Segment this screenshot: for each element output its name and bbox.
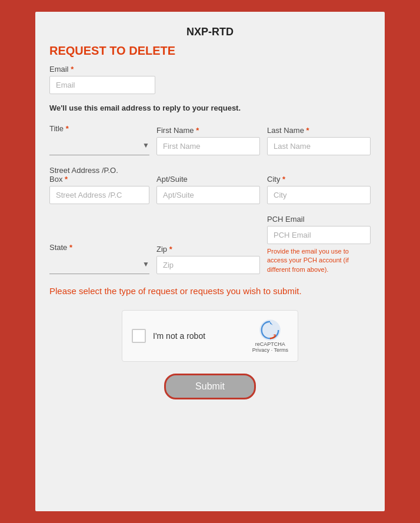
- email-input[interactable]: [49, 76, 155, 94]
- street-label: Street Address /P.O. Box *: [49, 166, 149, 184]
- recaptcha-links: Privacy · Terms: [252, 347, 288, 353]
- title-field-wrap: Title * ▼: [49, 124, 149, 155]
- address-row: Street Address /P.O. Box * Apt/Suite Cit…: [49, 166, 371, 204]
- title-dropdown-icon: ▼: [142, 141, 149, 149]
- last-name-input[interactable]: [267, 137, 371, 155]
- pch-note: Provide the email you use to access your…: [267, 247, 371, 274]
- state-dropdown-icon: ▼: [142, 260, 149, 268]
- first-name-field-wrap: First Name *: [156, 126, 260, 155]
- last-name-field-wrap: Last Name *: [267, 126, 371, 155]
- title-name-row: Title * ▼ First Name * Last Name *: [49, 124, 371, 155]
- title-label: Title *: [49, 124, 149, 133]
- city-field-wrap: City *: [267, 175, 371, 204]
- submit-wrap: Submit: [49, 374, 371, 399]
- form-container: NXP-RTD REQUEST TO DELETE Email * We'll …: [35, 12, 385, 511]
- recaptcha-left: I'm not a robot: [132, 329, 205, 343]
- last-name-label: Last Name *: [267, 126, 371, 135]
- zip-input[interactable]: [156, 256, 260, 274]
- email-label: Email *: [49, 65, 371, 74]
- title-select[interactable]: ▼: [49, 135, 149, 155]
- zip-label: Zip *: [156, 245, 260, 254]
- recaptcha-widget[interactable]: I'm not a robot reCAPTCHA Privacy · Term…: [122, 310, 298, 362]
- state-zip-row: State * ▼ Zip * PCH Email Provide the em…: [49, 215, 371, 274]
- state-label: State *: [49, 243, 149, 252]
- pch-email-input[interactable]: [267, 226, 371, 244]
- page-wrapper: NXP-RTD REQUEST TO DELETE Email * We'll …: [0, 0, 420, 523]
- email-note: We'll use this email address to reply to…: [49, 104, 371, 112]
- apt-label: Apt/Suite: [156, 175, 260, 184]
- pch-email-field-wrap: PCH Email Provide the email you use to a…: [267, 215, 371, 274]
- section-title: REQUEST TO DELETE: [49, 44, 371, 58]
- city-input[interactable]: [267, 186, 371, 204]
- recaptcha-logo-icon: [259, 319, 281, 341]
- state-select[interactable]: ▼: [49, 254, 149, 274]
- app-title: NXP-RTD: [49, 26, 371, 38]
- recaptcha-right: reCAPTCHA Privacy · Terms: [252, 319, 288, 353]
- city-label: City *: [267, 175, 371, 184]
- first-name-input[interactable]: [156, 137, 260, 155]
- zip-field-wrap: Zip *: [156, 245, 260, 274]
- recaptcha-checkbox[interactable]: [132, 329, 146, 343]
- request-note: Please select the type of request or req…: [49, 285, 371, 298]
- recaptcha-text: I'm not a robot: [153, 331, 205, 341]
- pch-email-label: PCH Email: [267, 215, 371, 224]
- street-field-wrap: Street Address /P.O. Box *: [49, 166, 149, 204]
- first-name-label: First Name *: [156, 126, 260, 135]
- submit-button[interactable]: Submit: [164, 374, 256, 399]
- street-input[interactable]: [49, 186, 149, 204]
- email-input-wrap: [49, 76, 155, 94]
- recaptcha-brand-label: reCAPTCHA: [255, 341, 285, 347]
- state-field-wrap: State * ▼: [49, 243, 149, 274]
- apt-input[interactable]: [156, 186, 260, 204]
- email-section: Email *: [49, 65, 371, 94]
- apt-field-wrap: Apt/Suite: [156, 175, 260, 204]
